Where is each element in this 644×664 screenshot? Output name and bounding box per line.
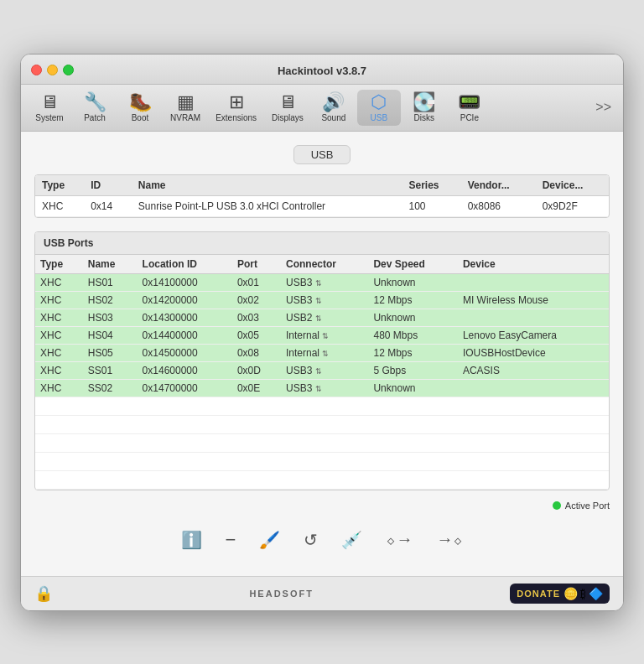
toolbar-label-disks: Disks (414, 113, 434, 122)
cell-type: XHC (35, 195, 84, 216)
col-name: Name (132, 175, 402, 196)
ports-table-row[interactable]: XHC HS01 0x14100000 0x01 USB3 ⇅ Unknown (35, 273, 609, 291)
toolbar-label-displays: Displays (272, 113, 304, 122)
pcell-port: 0x05 (232, 326, 281, 344)
pcell-type: XHC (35, 326, 83, 344)
toolbar-label-boot: Boot (132, 113, 149, 122)
table-row[interactable]: XHC 0x14 Sunrise Point-LP USB 3.0 xHCI C… (35, 195, 609, 216)
pcell-name: HS04 (83, 326, 138, 344)
remove-button[interactable]: − (222, 526, 240, 554)
pcell-connector: USB3 ⇅ (281, 379, 368, 397)
displays-icon: 🖥 (278, 93, 297, 112)
ports-table-row[interactable]: XHC HS03 0x14300000 0x03 USB2 ⇅ Unknown (35, 309, 609, 326)
section-badge: USB (293, 145, 351, 164)
pcell-device: Lenovo EasyCamera (458, 326, 609, 344)
active-dot (553, 501, 561, 510)
pcie-icon: 📟 (458, 93, 480, 112)
pcell-location: 0x14500000 (138, 344, 232, 361)
pcell-device (458, 309, 609, 326)
usb-icon: ⬡ (371, 93, 387, 112)
ports-table-row[interactable]: XHC HS04 0x14400000 0x05 Internal ⇅ 480 … (35, 326, 609, 344)
pcol-name: Name (83, 255, 138, 274)
ports-table-empty-row (35, 397, 609, 415)
pcell-type: XHC (35, 379, 83, 397)
pcell-type: XHC (35, 273, 83, 291)
toolbar-label-sound: Sound (321, 113, 345, 122)
import-button[interactable]: ⬦→ (382, 527, 416, 552)
donate-badge[interactable]: DONATE 🪙 ₿ 🔷 (510, 584, 610, 604)
pcell-connector: Internal ⇅ (281, 344, 368, 361)
pcell-device (458, 379, 609, 397)
toolbar-label-extensions: Extensions (216, 113, 257, 122)
toolbar-item-displays[interactable]: 🖥 Displays (265, 90, 310, 126)
col-type: Type (35, 175, 84, 196)
pcell-type: XHC (35, 344, 83, 361)
toolbar-label-usb: USB (371, 113, 388, 122)
toolbar-label-system: System (35, 113, 63, 122)
ports-table-empty-row (35, 433, 609, 452)
pcell-port: 0x08 (232, 344, 281, 361)
pcell-name: SS01 (83, 361, 138, 379)
toolbar-item-boot[interactable]: 🥾 Boot (118, 90, 162, 126)
minimize-button[interactable] (47, 65, 58, 75)
ports-table-empty-row (35, 470, 609, 489)
toolbar-item-system[interactable]: 🖥 System (28, 90, 71, 126)
ports-table-row[interactable]: XHC HS02 0x14200000 0x02 USB3 ⇅ 12 Mbps … (35, 291, 609, 309)
export-button[interactable]: →⬦ (433, 527, 466, 552)
toolbar-item-patch[interactable]: 🔧 Patch (73, 90, 117, 126)
pcell-speed: Unknown (368, 379, 457, 397)
toolbar-more-button[interactable]: >> (590, 96, 616, 118)
pcell-connector: USB2 ⇅ (281, 309, 368, 326)
ports-table-row[interactable]: XHC SS01 0x14600000 0x0D USB3 ⇅ 5 Gbps A… (35, 361, 609, 379)
pcell-location: 0x14600000 (138, 361, 232, 379)
lock-icon[interactable]: 🔒 (34, 584, 53, 603)
pcol-location: Location ID (138, 255, 232, 274)
pcell-speed: 480 Mbps (368, 326, 457, 344)
toolbar-item-nvram[interactable]: ▦ NVRAM (164, 90, 207, 126)
pcell-connector: USB3 ⇅ (281, 361, 368, 379)
donate-icon-2: ₿ (580, 587, 586, 600)
disks-icon: 💽 (413, 93, 435, 112)
pcol-device: Device (458, 255, 609, 274)
pcell-device: IOUSBHostDevice (458, 344, 609, 361)
toolbar-label-pcie: PCIe (460, 113, 479, 122)
cell-vendor: 0x8086 (461, 195, 536, 216)
toolbar-label-nvram: NVRAM (170, 113, 200, 122)
close-button[interactable] (31, 65, 42, 75)
toolbar-item-extensions[interactable]: ⊞ Extensions (209, 90, 263, 126)
pcol-connector: Connector (281, 255, 368, 274)
ports-table-row[interactable]: XHC SS02 0x14700000 0x0E USB3 ⇅ Unknown (35, 379, 609, 397)
donate-icon-1: 🪙 (564, 587, 578, 600)
clear-button[interactable]: 🖌️ (256, 527, 283, 553)
pcell-type: XHC (35, 361, 83, 379)
active-port-legend: Active Port (34, 501, 610, 511)
section-title: USB (34, 145, 610, 164)
bottom-toolbar: ℹ️ − 🖌️ ↺ 💉 ⬦→ →⬦ (34, 517, 610, 563)
usb-ports-header: USB Ports (35, 232, 609, 255)
boot-icon: 🥾 (129, 93, 152, 112)
toolbar-item-sound[interactable]: 🔊 Sound (312, 90, 356, 126)
maximize-button[interactable] (63, 65, 74, 75)
pcell-device: ACASIS (458, 361, 609, 379)
traffic-lights (31, 65, 74, 75)
ports-table: Type Name Location ID Port Connector Dev… (35, 255, 609, 490)
pcell-location: 0x14400000 (138, 326, 232, 344)
refresh-button[interactable]: ↺ (300, 527, 321, 553)
dropper-button[interactable]: 💉 (338, 527, 366, 553)
pcell-location: 0x14300000 (138, 309, 232, 326)
toolbar-item-usb[interactable]: ⬡ USB (357, 90, 401, 126)
patch-icon: 🔧 (84, 93, 106, 112)
ports-table-row[interactable]: XHC HS05 0x14500000 0x08 Internal ⇅ 12 M… (35, 344, 609, 361)
ports-table-empty-row (35, 415, 609, 433)
info-button[interactable]: ℹ️ (178, 527, 205, 553)
system-icon: 🖥 (40, 93, 59, 112)
footer-logo: HEADSOFT (249, 589, 314, 599)
toolbar-item-pcie[interactable]: 📟 PCIe (448, 90, 491, 126)
col-series: Series (402, 175, 460, 196)
pcell-name: SS02 (83, 379, 138, 397)
donate-icons: 🪙 ₿ 🔷 (564, 587, 603, 600)
cell-id: 0x14 (84, 195, 132, 216)
toolbar-item-disks[interactable]: 💽 Disks (402, 90, 446, 126)
pcell-device: MI Wireless Mouse (458, 291, 609, 309)
extensions-icon: ⊞ (229, 93, 244, 112)
